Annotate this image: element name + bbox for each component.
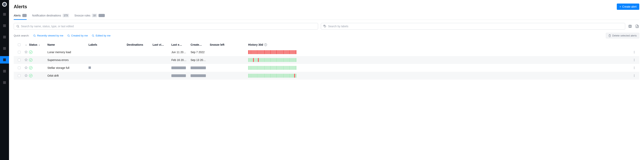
search-icon: [67, 34, 70, 37]
alert-name: Supernova errors: [48, 58, 68, 62]
table-row[interactable]: Stellar storage full: [14, 64, 639, 72]
col-header-created[interactable]: Create…: [190, 43, 210, 46]
table-row[interactable]: Orbit drift: [14, 72, 639, 80]
svg-point-0: [17, 25, 18, 27]
row-menu-button[interactable]: [631, 66, 638, 69]
nav-item-1[interactable]: [0, 11, 9, 18]
svg-point-16: [634, 53, 634, 53]
table-row[interactable]: Lunar memory loadJun 11 20…Sep 7 2022: [14, 48, 639, 56]
svg-point-28: [634, 76, 634, 77]
last-edited-value: Jun 11 20…: [172, 51, 186, 54]
nav-item-6[interactable]: [0, 67, 9, 75]
arrow-down-icon: ↓: [38, 43, 40, 46]
svg-point-20: [634, 61, 634, 61]
tab-snooze-rules[interactable]: Snooze rules 10: [74, 14, 105, 20]
info-icon[interactable]: i: [264, 43, 267, 46]
col-header-snooze[interactable]: Snooze left: [210, 43, 248, 46]
svg-point-26: [634, 75, 634, 75]
star-icon[interactable]: [24, 58, 28, 62]
redacted-value: [190, 74, 206, 77]
svg-marker-17: [25, 58, 27, 61]
created-value: Sep 7 2022: [190, 51, 205, 54]
search-box[interactable]: [14, 23, 318, 30]
tab-badge: 10: [92, 14, 97, 17]
search-icon: [16, 25, 20, 28]
row-menu-button[interactable]: [631, 51, 638, 54]
created-value: Sep 13 20…: [190, 58, 206, 62]
select-all-checkbox[interactable]: [18, 43, 20, 46]
svg-point-24: [634, 68, 634, 69]
svg-point-14: [634, 51, 634, 51]
tag-icon: [323, 25, 326, 28]
svg-marker-25: [25, 74, 27, 77]
tab-badge: 173: [63, 14, 69, 17]
row-checkbox[interactable]: [18, 51, 20, 54]
svg-point-9: [68, 35, 69, 36]
search-input[interactable]: [21, 25, 316, 28]
svg-point-2: [324, 26, 324, 26]
create-alert-button[interactable]: + Create alert: [617, 4, 639, 10]
create-alert-label: Create alert: [622, 5, 636, 8]
row-checkbox[interactable]: [18, 59, 20, 61]
tab-label: Snooze rules: [74, 14, 90, 17]
history-sparkline: [248, 74, 296, 78]
label-search-input[interactable]: [328, 25, 623, 28]
svg-marker-13: [25, 51, 27, 53]
redacted-value: [172, 74, 186, 77]
row-menu-button[interactable]: [631, 58, 638, 62]
tab-label: Alerts: [14, 14, 21, 17]
table-row[interactable]: Supernova errorsFeb 16 20…Sep 13 20…: [14, 56, 639, 64]
svg-point-27: [634, 75, 634, 76]
trash-icon: [608, 34, 611, 37]
svg-marker-21: [25, 66, 27, 69]
alerts-table: ↓ Status ↓ Name Labels Destinations Last…: [14, 41, 639, 80]
table-header: ↓ Status ↓ Name Labels Destinations Last…: [14, 41, 639, 48]
col-header-destinations[interactable]: Destinations: [127, 43, 152, 46]
star-icon[interactable]: [24, 50, 28, 54]
nav-item-7[interactable]: [0, 79, 9, 86]
search-icon: [92, 34, 94, 37]
last-edited-value: Feb 16 20…: [172, 58, 186, 62]
svg-point-7: [34, 35, 35, 36]
status-ok-icon: [29, 74, 32, 77]
nav-item-alerts[interactable]: [0, 56, 9, 64]
tab-alerts[interactable]: Alerts: [14, 14, 27, 20]
columns-icon[interactable]: [628, 24, 632, 29]
sort-column[interactable]: ↓: [23, 43, 29, 46]
row-menu-button[interactable]: [631, 74, 638, 77]
row-checkbox[interactable]: [18, 74, 20, 77]
col-header-name[interactable]: Name: [48, 43, 88, 46]
alert-name: Orbit drift: [48, 74, 59, 77]
quick-recently-viewed[interactable]: Recently viewed by me: [33, 34, 63, 37]
history-sparkline: [248, 50, 296, 54]
svg-point-22: [634, 67, 634, 67]
svg-rect-3: [629, 25, 632, 28]
svg-point-18: [634, 59, 634, 59]
app-logo-icon[interactable]: [2, 2, 7, 7]
quick-edited-by-me[interactable]: Edited by me: [92, 34, 110, 37]
left-nav-rail: [0, 0, 9, 160]
nav-item-3[interactable]: [0, 33, 9, 41]
status-ok-icon: [29, 58, 32, 62]
star-icon[interactable]: [24, 66, 28, 70]
history-sparkline: [248, 66, 296, 70]
col-header-last-edited[interactable]: Last e…: [172, 43, 190, 46]
col-header-last-viewed[interactable]: Last vi…: [152, 43, 172, 46]
star-icon[interactable]: [24, 74, 28, 78]
col-header-history[interactable]: History 30d i: [248, 43, 631, 46]
col-header-labels[interactable]: Labels: [88, 43, 127, 46]
tab-notification-destinations[interactable]: Notification destinations 173: [32, 14, 69, 20]
tab-label: Notification destinations: [32, 14, 61, 17]
nav-item-2[interactable]: [0, 22, 9, 29]
redacted-value: [172, 66, 186, 69]
row-checkbox[interactable]: [18, 66, 20, 69]
nav-item-4[interactable]: [0, 45, 9, 52]
csv-export-icon[interactable]: CSV: [635, 24, 639, 29]
svg-point-15: [634, 52, 634, 52]
tabs: Alerts Notification destinations 173 Sno…: [14, 14, 639, 20]
arrow-down-icon: ↓: [26, 43, 27, 46]
label-search-box[interactable]: [321, 23, 625, 30]
quick-created-by-me[interactable]: Created by me: [67, 34, 88, 37]
col-header-status[interactable]: Status ↓: [29, 43, 48, 46]
delete-selected-button[interactable]: Delete selected alerts: [606, 33, 639, 38]
